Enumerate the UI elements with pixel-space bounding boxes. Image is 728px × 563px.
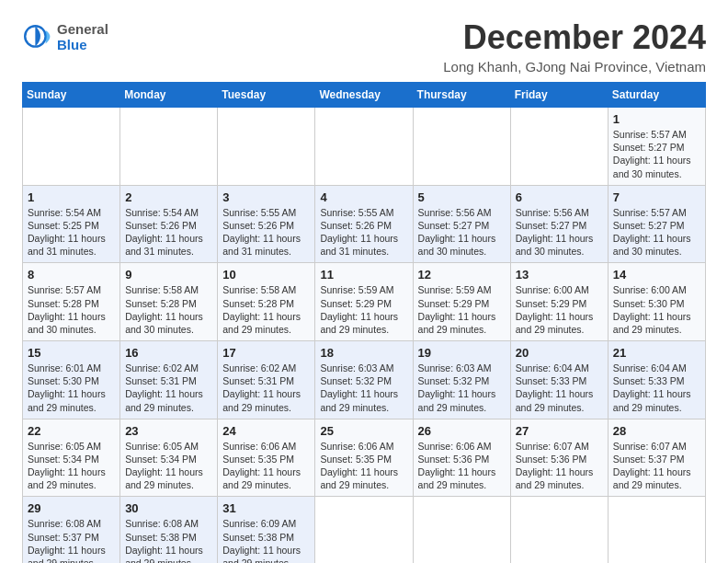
- day-cell-content: Sunrise: 6:07 AM Sunset: 5:36 PM Dayligh…: [516, 440, 603, 492]
- day-cell-content: Sunrise: 6:02 AM Sunset: 5:31 PM Dayligh…: [125, 362, 212, 414]
- day-cell-content: Sunrise: 6:06 AM Sunset: 5:35 PM Dayligh…: [222, 440, 310, 492]
- calendar-week-row: 22 Sunrise: 6:05 AM Sunset: 5:34 PM Dayl…: [23, 419, 706, 497]
- calendar-day-cell: 31 Sunrise: 6:09 AM Sunset: 5:38 PM Dayl…: [218, 497, 315, 563]
- calendar-day-cell: 9 Sunrise: 5:58 AM Sunset: 5:28 PM Dayli…: [120, 263, 218, 341]
- calendar-body: 1 Sunrise: 5:57 AM Sunset: 5:27 PM Dayli…: [23, 108, 706, 564]
- calendar-day-cell: 22 Sunrise: 6:05 AM Sunset: 5:34 PM Dayl…: [23, 419, 120, 497]
- day-number: 22: [28, 424, 115, 438]
- day-cell-content: Sunrise: 5:59 AM Sunset: 5:29 PM Dayligh…: [320, 283, 407, 336]
- day-number: 20: [516, 346, 603, 360]
- day-cell-content: Sunrise: 6:00 AM Sunset: 5:29 PM Dayligh…: [516, 283, 603, 336]
- calendar-day-cell: 15 Sunrise: 6:01 AM Sunset: 5:30 PM Dayl…: [23, 341, 120, 419]
- title-block: December 2024 Long Khanh, GJong Nai Prov…: [443, 18, 706, 75]
- day-number: 2: [125, 190, 212, 204]
- calendar-week-row: 29 Sunrise: 6:08 AM Sunset: 5:37 PM Dayl…: [23, 497, 706, 563]
- day-cell-content: Sunrise: 5:57 AM Sunset: 5:27 PM Dayligh…: [613, 206, 700, 259]
- day-cell-content: Sunrise: 5:57 AM Sunset: 5:28 PM Dayligh…: [28, 283, 115, 336]
- calendar-week-row: 15 Sunrise: 6:01 AM Sunset: 5:30 PM Dayl…: [23, 341, 706, 419]
- day-number: 30: [125, 501, 212, 515]
- day-cell-content: Sunrise: 6:08 AM Sunset: 5:37 PM Dayligh…: [28, 517, 115, 563]
- logo-blue: Blue: [57, 38, 108, 53]
- calendar-day-cell: 4 Sunrise: 5:55 AM Sunset: 5:26 PM Dayli…: [315, 185, 413, 263]
- day-cell-content: Sunrise: 5:56 AM Sunset: 5:27 PM Dayligh…: [418, 206, 506, 259]
- day-cell-content: Sunrise: 6:05 AM Sunset: 5:34 PM Dayligh…: [28, 440, 115, 492]
- day-cell-content: Sunrise: 6:06 AM Sunset: 5:36 PM Dayligh…: [418, 440, 506, 492]
- day-number: 13: [516, 268, 603, 282]
- calendar-day-cell: 3 Sunrise: 5:55 AM Sunset: 5:26 PM Dayli…: [218, 185, 315, 263]
- calendar-day-cell: [608, 497, 705, 563]
- calendar-day-cell: [120, 108, 218, 186]
- day-cell-content: Sunrise: 6:03 AM Sunset: 5:32 PM Dayligh…: [320, 362, 407, 414]
- month-title: December 2024: [443, 18, 706, 57]
- day-number: 9: [125, 268, 212, 282]
- day-cell-content: Sunrise: 6:07 AM Sunset: 5:37 PM Dayligh…: [613, 440, 700, 492]
- calendar-day-cell: 13 Sunrise: 6:00 AM Sunset: 5:29 PM Dayl…: [510, 263, 608, 341]
- day-number: 29: [28, 501, 115, 515]
- day-cell-content: Sunrise: 6:09 AM Sunset: 5:38 PM Dayligh…: [222, 517, 310, 563]
- calendar-day-cell: 30 Sunrise: 6:08 AM Sunset: 5:38 PM Dayl…: [120, 497, 218, 563]
- calendar-day-cell: 1 Sunrise: 5:57 AM Sunset: 5:27 PM Dayli…: [608, 108, 705, 186]
- day-number: 10: [222, 268, 310, 282]
- calendar-day-cell: 11 Sunrise: 5:59 AM Sunset: 5:29 PM Dayl…: [315, 263, 413, 341]
- day-cell-content: Sunrise: 6:02 AM Sunset: 5:31 PM Dayligh…: [222, 362, 310, 414]
- day-number: 14: [613, 268, 700, 282]
- day-cell-content: Sunrise: 6:00 AM Sunset: 5:30 PM Dayligh…: [613, 283, 700, 336]
- day-number: 3: [222, 190, 310, 204]
- day-number: 1: [613, 112, 700, 126]
- logo: General Blue: [22, 22, 108, 52]
- weekday-header-friday: Friday: [510, 83, 608, 108]
- calendar-day-cell: 14 Sunrise: 6:00 AM Sunset: 5:30 PM Dayl…: [608, 263, 705, 341]
- weekday-header-wednesday: Wednesday: [315, 83, 413, 108]
- calendar-day-cell: 10 Sunrise: 5:58 AM Sunset: 5:28 PM Dayl…: [218, 263, 315, 341]
- day-cell-content: Sunrise: 5:58 AM Sunset: 5:28 PM Dayligh…: [222, 283, 310, 336]
- calendar-day-cell: 12 Sunrise: 5:59 AM Sunset: 5:29 PM Dayl…: [413, 263, 510, 341]
- calendar-day-cell: [510, 108, 608, 186]
- calendar-day-cell: 29 Sunrise: 6:08 AM Sunset: 5:37 PM Dayl…: [23, 497, 120, 563]
- logo-text: General Blue: [57, 22, 108, 52]
- day-number: 28: [613, 424, 700, 438]
- day-number: 12: [418, 268, 506, 282]
- weekday-header-monday: Monday: [120, 83, 218, 108]
- day-cell-content: Sunrise: 6:05 AM Sunset: 5:34 PM Dayligh…: [125, 440, 212, 492]
- day-number: 25: [320, 424, 407, 438]
- calendar-day-cell: 26 Sunrise: 6:06 AM Sunset: 5:36 PM Dayl…: [413, 419, 510, 497]
- calendar-day-cell: 21 Sunrise: 6:04 AM Sunset: 5:33 PM Dayl…: [608, 341, 705, 419]
- day-cell-content: Sunrise: 6:08 AM Sunset: 5:38 PM Dayligh…: [125, 517, 212, 563]
- calendar-day-cell: 5 Sunrise: 5:56 AM Sunset: 5:27 PM Dayli…: [413, 185, 510, 263]
- day-cell-content: Sunrise: 5:55 AM Sunset: 5:26 PM Dayligh…: [320, 206, 407, 259]
- day-cell-content: Sunrise: 5:59 AM Sunset: 5:29 PM Dayligh…: [418, 283, 506, 336]
- day-cell-content: Sunrise: 5:56 AM Sunset: 5:27 PM Dayligh…: [516, 206, 603, 259]
- day-cell-content: Sunrise: 5:54 AM Sunset: 5:26 PM Dayligh…: [125, 206, 212, 259]
- calendar-day-cell: 27 Sunrise: 6:07 AM Sunset: 5:36 PM Dayl…: [510, 419, 608, 497]
- day-cell-content: Sunrise: 6:04 AM Sunset: 5:33 PM Dayligh…: [516, 362, 603, 414]
- day-cell-content: Sunrise: 6:01 AM Sunset: 5:30 PM Dayligh…: [28, 362, 115, 414]
- calendar-day-cell: 24 Sunrise: 6:06 AM Sunset: 5:35 PM Dayl…: [218, 419, 315, 497]
- calendar-day-cell: 7 Sunrise: 5:57 AM Sunset: 5:27 PM Dayli…: [608, 185, 705, 263]
- calendar-day-cell: 23 Sunrise: 6:05 AM Sunset: 5:34 PM Dayl…: [120, 419, 218, 497]
- day-cell-content: Sunrise: 5:54 AM Sunset: 5:25 PM Dayligh…: [28, 206, 115, 259]
- day-cell-content: Sunrise: 6:06 AM Sunset: 5:35 PM Dayligh…: [320, 440, 407, 492]
- day-number: 5: [418, 190, 506, 204]
- calendar-day-cell: [218, 108, 315, 186]
- calendar-week-row: 1 Sunrise: 5:57 AM Sunset: 5:27 PM Dayli…: [23, 108, 706, 186]
- calendar-day-cell: 16 Sunrise: 6:02 AM Sunset: 5:31 PM Dayl…: [120, 341, 218, 419]
- day-number: 6: [516, 190, 603, 204]
- day-number: 4: [320, 190, 407, 204]
- day-cell-content: Sunrise: 6:03 AM Sunset: 5:32 PM Dayligh…: [418, 362, 506, 414]
- day-cell-content: Sunrise: 5:57 AM Sunset: 5:27 PM Dayligh…: [613, 128, 700, 180]
- day-cell-content: Sunrise: 6:04 AM Sunset: 5:33 PM Dayligh…: [613, 362, 700, 414]
- calendar-day-cell: 17 Sunrise: 6:02 AM Sunset: 5:31 PM Dayl…: [218, 341, 315, 419]
- calendar-day-cell: 1 Sunrise: 5:54 AM Sunset: 5:25 PM Dayli…: [23, 185, 120, 263]
- calendar-day-cell: 25 Sunrise: 6:06 AM Sunset: 5:35 PM Dayl…: [315, 419, 413, 497]
- day-number: 15: [28, 346, 115, 360]
- calendar-day-cell: [413, 108, 510, 186]
- day-number: 16: [125, 346, 212, 360]
- day-number: 23: [125, 424, 212, 438]
- calendar-table: SundayMondayTuesdayWednesdayThursdayFrid…: [22, 82, 706, 563]
- calendar-day-cell: 18 Sunrise: 6:03 AM Sunset: 5:32 PM Dayl…: [315, 341, 413, 419]
- calendar-header: SundayMondayTuesdayWednesdayThursdayFrid…: [23, 83, 706, 108]
- weekday-header-row: SundayMondayTuesdayWednesdayThursdayFrid…: [23, 83, 706, 108]
- calendar-day-cell: 19 Sunrise: 6:03 AM Sunset: 5:32 PM Dayl…: [413, 341, 510, 419]
- day-number: 21: [613, 346, 700, 360]
- day-number: 31: [222, 501, 310, 515]
